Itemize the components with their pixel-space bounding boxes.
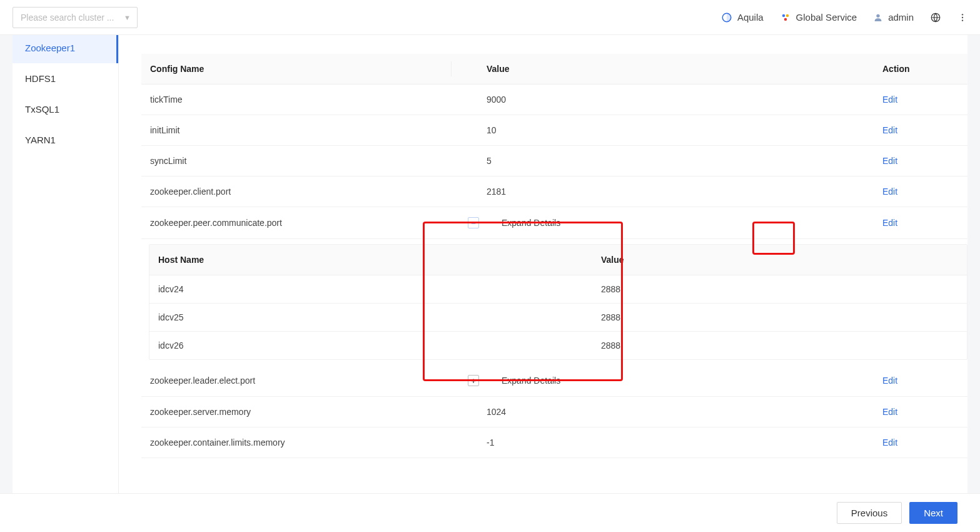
host-cell-name: idcv26 <box>158 340 596 350</box>
host-cell-value: 2888 <box>596 284 958 294</box>
expand-icon[interactable]: + <box>468 375 479 386</box>
chevron-down-icon: ▼ <box>124 14 131 21</box>
cluster-search-select[interactable]: Please search cluster ... ▼ <box>13 7 138 28</box>
aquila-label: Aquila <box>737 12 764 23</box>
header-config-name: Config Name <box>150 64 450 74</box>
host-row: idcv24 2888 <box>149 275 967 304</box>
host-row: idcv25 2888 <box>149 304 967 332</box>
host-cell-value: 2888 <box>596 340 958 350</box>
sidebar-item-yarn[interactable]: YARN1 <box>13 125 118 155</box>
aquila-link[interactable]: Aquila <box>721 12 764 23</box>
svg-point-6 <box>962 14 963 15</box>
header-value: Value <box>450 64 877 74</box>
admin-label: admin <box>888 12 914 23</box>
cell-value: 1024 <box>450 407 877 417</box>
cell-name: tickTime <box>150 95 450 105</box>
host-header-name: Host Name <box>158 255 596 265</box>
table-row: zookeeper.container.limits.memory -1 Edi… <box>141 427 967 458</box>
cell-name: initLimit <box>150 125 450 135</box>
table-row: zookeeper.server.memory 1024 Edit <box>141 397 967 427</box>
table-row: initLimit 10 Edit <box>141 115 967 146</box>
cell-name: zookeeper.peer.communicate.port <box>150 218 450 228</box>
sidebar-item-txsql[interactable]: TxSQL1 <box>13 94 118 125</box>
host-cell-name: idcv25 <box>158 312 596 322</box>
cell-value: 5 <box>450 156 877 166</box>
global-service-label: Global Service <box>796 12 857 23</box>
svg-point-8 <box>962 19 963 21</box>
host-header-value: Value <box>596 255 958 265</box>
cell-value: 10 <box>450 125 877 135</box>
cell-name: zookeeper.server.memory <box>150 407 450 417</box>
user-menu[interactable]: admin <box>873 12 914 23</box>
cell-name: zookeeper.container.limits.memory <box>150 437 450 448</box>
cell-name: zookeeper.leader.elect.port <box>150 376 450 386</box>
edit-link[interactable]: Edit <box>882 407 897 417</box>
cell-name: syncLimit <box>150 156 450 166</box>
sidebar-item-label: TxSQL1 <box>25 104 59 115</box>
previous-button[interactable]: Previous <box>837 502 902 511</box>
expand-label: Expand Details <box>502 376 560 386</box>
footer-bar: Previous Next <box>0 493 980 511</box>
collapse-icon[interactable]: − <box>468 217 479 228</box>
next-button[interactable]: Next <box>909 502 957 511</box>
svg-point-4 <box>876 14 879 17</box>
cluster-search-placeholder: Please search cluster ... <box>21 13 114 23</box>
table-row-expandable: zookeeper.peer.communicate.port − Expand… <box>141 207 967 239</box>
edit-link[interactable]: Edit <box>882 218 897 228</box>
cell-value: -1 <box>450 437 877 448</box>
sidebar-item-zookeeper[interactable]: Zookeeper1 <box>13 35 118 63</box>
svg-point-1 <box>782 14 785 17</box>
edit-link[interactable]: Edit <box>882 125 897 135</box>
edit-link[interactable]: Edit <box>882 376 897 386</box>
table-row: tickTime 9000 Edit <box>141 84 967 115</box>
user-icon <box>873 13 883 23</box>
header-action: Action <box>877 64 959 74</box>
config-table: Config Name Value Action tickTime 9000 E… <box>141 54 967 458</box>
globe-icon[interactable] <box>930 12 941 23</box>
table-row-expandable: zookeeper.leader.elect.port + Expand Det… <box>141 365 967 397</box>
global-service-icon <box>780 12 791 23</box>
expand-label: Expand Details <box>502 218 560 228</box>
svg-point-7 <box>962 16 963 18</box>
header-divider <box>451 61 452 76</box>
aquila-icon <box>721 12 732 23</box>
edit-link[interactable]: Edit <box>882 187 897 197</box>
sidebar-item-hdfs[interactable]: HDFS1 <box>13 63 118 94</box>
host-cell-name: idcv24 <box>158 284 596 294</box>
cell-value: 2181 <box>450 187 877 197</box>
sidebar-item-label: HDFS1 <box>25 73 56 84</box>
edit-link[interactable]: Edit <box>882 437 897 448</box>
table-row: zookeeper.client.port 2181 Edit <box>141 176 967 207</box>
host-table-header: Host Name Value <box>149 245 967 275</box>
host-row: idcv26 2888 <box>149 332 967 359</box>
global-service-link[interactable]: Global Service <box>780 12 857 23</box>
sidebar: Zookeeper1 HDFS1 TxSQL1 YARN1 <box>13 35 119 498</box>
sidebar-item-label: Zookeeper1 <box>25 43 75 53</box>
host-table: Host Name Value idcv24 2888 idcv25 2888 … <box>149 244 967 360</box>
host-cell-value: 2888 <box>596 312 958 322</box>
table-header-row: Config Name Value Action <box>141 54 967 84</box>
sidebar-item-label: YARN1 <box>25 135 56 145</box>
cell-value: 9000 <box>450 95 877 105</box>
svg-point-3 <box>784 18 787 21</box>
edit-link[interactable]: Edit <box>882 156 897 166</box>
table-row: syncLimit 5 Edit <box>141 146 967 176</box>
edit-link[interactable]: Edit <box>882 95 897 105</box>
cell-name: zookeeper.client.port <box>150 187 450 197</box>
more-vertical-icon[interactable] <box>957 13 967 23</box>
svg-point-2 <box>786 14 789 17</box>
